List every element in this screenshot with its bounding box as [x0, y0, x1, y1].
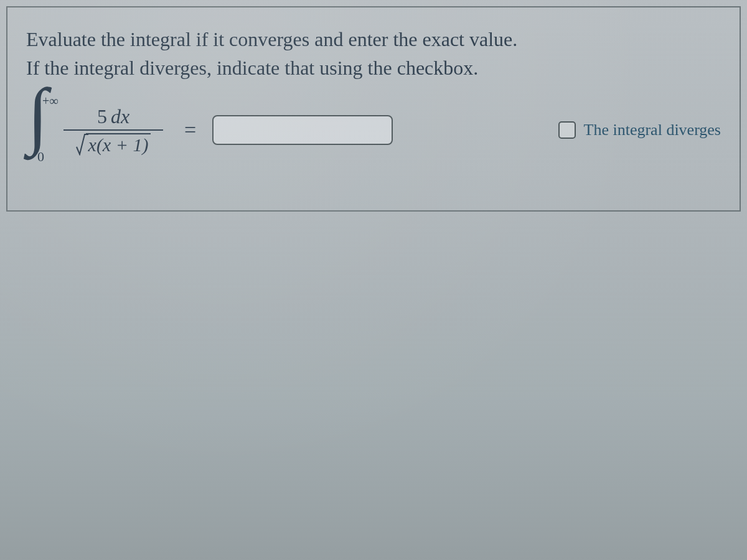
numerator: 5dx: [93, 105, 133, 129]
integral-row: ∫ +∞ 0 5dx x(x + 1) =: [26, 100, 721, 160]
denominator: x(x + 1): [76, 131, 151, 155]
diverges-checkbox[interactable]: [558, 121, 576, 139]
equals-sign: =: [184, 118, 196, 142]
integral-sign: ∫ +∞ 0: [26, 100, 55, 160]
instructions-line2: If the integral diverges, indicate that …: [26, 54, 721, 82]
integral-expression: ∫ +∞ 0 5dx x(x + 1): [26, 100, 168, 160]
answer-input[interactable]: [212, 115, 393, 145]
upper-limit: +∞: [42, 94, 59, 108]
diverges-label: The integral diverges: [584, 121, 721, 139]
integral-glyph-icon: ∫: [27, 78, 48, 152]
sqrt-icon: [76, 133, 87, 154]
lower-limit: 0: [37, 149, 44, 165]
instructions-line1: Evaluate the integral if it converges an…: [26, 28, 517, 50]
question-panel: Evaluate the integral if it converges an…: [6, 6, 741, 212]
instructions-text: Evaluate the integral if it converges an…: [26, 25, 721, 83]
integrand-fraction: 5dx x(x + 1): [63, 105, 163, 155]
numerator-coeff: 5: [97, 105, 107, 128]
radicand: x(x + 1): [86, 133, 151, 155]
numerator-dx: dx: [111, 105, 129, 128]
diverges-group: The integral diverges: [556, 119, 721, 141]
